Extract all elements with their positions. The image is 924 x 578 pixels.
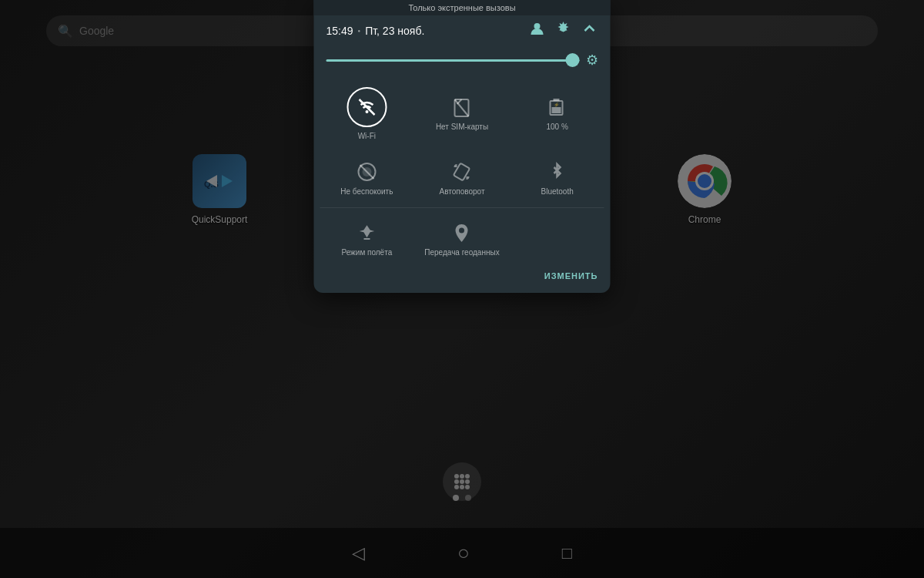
time-dot: ● <box>358 29 361 33</box>
battery-tile[interactable]: ⚡ 100 % <box>511 76 604 149</box>
date-display: Пт, 23 нояб. <box>365 25 424 37</box>
wifi-tile[interactable]: Wi-Fi <box>320 76 414 149</box>
bluetooth-tile[interactable]: Bluetooth <box>511 150 604 204</box>
dnd-tile[interactable]: Не беспокоить <box>320 150 414 204</box>
svg-point-15 <box>534 23 541 29</box>
brightness-row: ⚙ <box>314 47 611 76</box>
settings-icon[interactable] <box>555 20 572 41</box>
sim-off-icon <box>451 96 473 118</box>
autorotate-label: Автоповорот <box>439 187 484 197</box>
panel-time: 15:49 ● Пт, 23 нояб. <box>326 25 425 37</box>
airplane-tile[interactable]: Режим полёта <box>320 211 414 265</box>
battery-icon: ⚡ <box>547 96 568 118</box>
bluetooth-label: Bluetooth <box>541 187 574 197</box>
wifi-label: Wi-Fi <box>358 132 376 141</box>
collapse-icon[interactable] <box>581 20 598 41</box>
tile-separator <box>320 207 604 208</box>
tiles-grid: Wi-Fi Нет SIM-карты ⚡ 100 % <box>314 76 611 204</box>
user-icon[interactable] <box>529 20 546 41</box>
svg-point-30 <box>459 228 464 234</box>
svg-line-27 <box>360 165 373 179</box>
svg-text:⚡: ⚡ <box>554 102 560 108</box>
panel-header: 15:49 ● Пт, 23 нояб. <box>314 15 611 47</box>
edit-button[interactable]: ИЗМЕНИТЬ <box>544 271 598 281</box>
autorotate-icon <box>451 161 473 183</box>
dnd-icon <box>356 161 377 183</box>
bluetooth-icon <box>547 161 568 183</box>
sim-tile[interactable]: Нет SIM-карты <box>415 76 509 149</box>
brightness-slider[interactable] <box>326 59 580 62</box>
autorotate-tile[interactable]: Автоповорот <box>415 150 509 204</box>
svg-rect-23 <box>552 107 561 113</box>
battery-label: 100 % <box>546 123 567 132</box>
brightness-settings-icon[interactable]: ⚙ <box>586 52 598 69</box>
panel-action-icons <box>529 20 598 41</box>
airplane-label: Режим полёта <box>341 248 392 257</box>
sim-label: Нет SIM-карты <box>436 123 488 132</box>
quick-settings-panel: Только экстренные вызовы 15:49 ● Пт, 23 … <box>314 0 611 293</box>
tiles-grid-2: Режим полёта Передача геоданных <box>314 211 611 265</box>
desktop: 🔍 Google Q.S QuickSupport <box>0 0 924 578</box>
wifi-off-icon <box>357 97 377 117</box>
svg-point-18 <box>365 110 368 113</box>
empty-tile <box>511 211 604 265</box>
wifi-active-circle <box>346 87 387 127</box>
time-display: 15:49 <box>326 25 353 37</box>
svg-rect-22 <box>554 99 560 101</box>
location-tile[interactable]: Передача геоданных <box>415 211 509 265</box>
svg-line-20 <box>455 99 469 116</box>
dnd-label: Не беспокоить <box>340 187 393 197</box>
edit-row: ИЗМЕНИТЬ <box>314 265 611 281</box>
location-label: Передача геоданных <box>424 248 499 257</box>
airplane-icon <box>356 222 377 244</box>
emergency-text: Только экстренные вызовы <box>314 0 611 15</box>
location-icon <box>451 222 473 244</box>
